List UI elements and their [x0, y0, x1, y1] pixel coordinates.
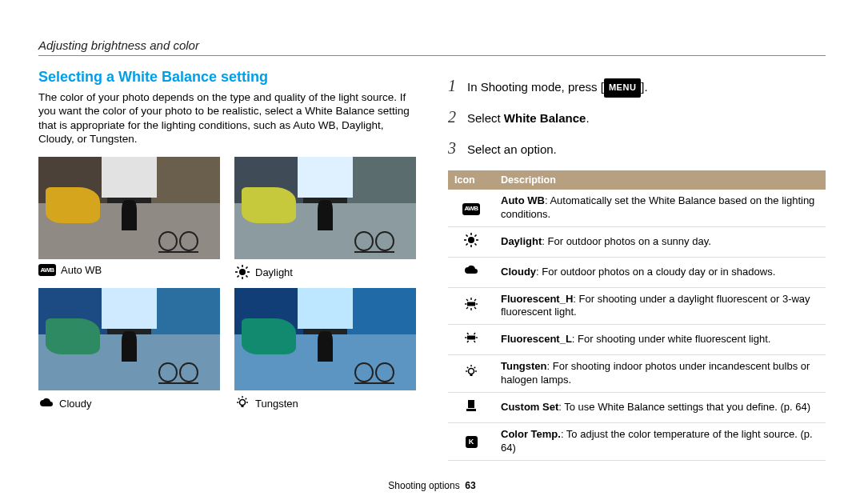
photo-tungsten: Tungsten	[234, 288, 416, 411]
option-name: Daylight	[501, 235, 542, 247]
bulb-icon	[463, 364, 479, 380]
table-row: Fluorescent_H: For shooting under a dayl…	[448, 287, 826, 325]
step-text: Select an option.	[467, 138, 557, 161]
option-desc: : For shooting under white fluorescent l…	[572, 333, 771, 345]
text-bold: White Balance	[504, 111, 586, 125]
caption-tungsten: Tungsten	[234, 395, 416, 411]
table-row: Tungsten: For shooting indoor photos und…	[448, 355, 826, 393]
svg-line-7	[238, 275, 239, 277]
svg-rect-48	[468, 400, 474, 408]
svg-line-5	[238, 267, 239, 269]
svg-line-38	[474, 333, 476, 334]
menu-label: MENU	[604, 78, 641, 97]
photo-auto-wb: AWB Auto WB	[38, 157, 220, 280]
svg-rect-49	[466, 409, 476, 411]
caption-label: Auto WB	[61, 264, 102, 276]
table-row: K Color Temp.: To adjust the color tempe…	[448, 422, 826, 460]
caption-label: Daylight	[255, 266, 293, 278]
caption-label: Cloudy	[59, 398, 91, 410]
svg-rect-10	[242, 405, 244, 407]
sun-icon	[234, 264, 250, 280]
sample-image-cloudy	[38, 288, 220, 390]
svg-line-21	[466, 234, 468, 236]
sun-icon	[463, 232, 479, 248]
svg-line-30	[466, 299, 468, 301]
step-text: In Shooting mode, press [MENU].	[467, 75, 648, 98]
divider	[38, 55, 826, 56]
cloud-icon	[463, 262, 479, 278]
option-name: Color Temp.	[501, 428, 561, 440]
step-3: 3 Select an option.	[448, 133, 826, 164]
auto-wb-icon: AWB	[462, 203, 480, 215]
svg-line-14	[238, 398, 240, 400]
svg-line-40	[474, 341, 476, 342]
intro-text: The color of your photo depends on the t…	[38, 90, 416, 146]
svg-point-16	[468, 237, 474, 243]
sample-image-auto-wb	[38, 157, 220, 259]
sample-image-daylight	[234, 157, 416, 259]
svg-rect-34	[467, 336, 475, 340]
photo-cloudy: Cloudy	[38, 288, 220, 411]
option-desc: : For shooting indoor photos under incan…	[501, 360, 810, 386]
left-column: Selecting a White Balance setting The co…	[38, 69, 416, 461]
svg-rect-42	[470, 374, 473, 376]
page-title: Selecting a White Balance setting	[38, 69, 416, 86]
options-table: Icon Description AWB Auto WB: Automatica…	[448, 170, 826, 461]
color-temp-icon: K	[466, 436, 478, 448]
text: In Shooting mode, press [	[467, 80, 604, 94]
svg-line-32	[466, 307, 468, 309]
table-row: Daylight: For outdoor photos on a sunny …	[448, 226, 826, 257]
footer-page: 63	[465, 480, 475, 491]
table-row: Fluorescent_L: For shooting under white …	[448, 325, 826, 355]
fluorescent-h-icon	[463, 296, 479, 312]
footer-section: Shooting options	[388, 480, 459, 491]
menu-button-icon: MENU	[604, 78, 641, 97]
caption-daylight: Daylight	[234, 264, 416, 280]
option-name: Fluorescent_L	[501, 333, 572, 345]
svg-line-31	[474, 307, 476, 309]
photo-grid: AWB Auto WB Daylight Cloudy	[38, 157, 416, 411]
option-desc: : For outdoor photos on a sunny day.	[542, 235, 711, 247]
svg-point-0	[239, 269, 246, 275]
svg-point-9	[240, 400, 246, 406]
table-row: Custom Set: To use White Balance setting…	[448, 393, 826, 423]
svg-line-24	[474, 234, 476, 236]
photo-daylight: Daylight	[234, 157, 416, 280]
option-name: Fluorescent_H	[501, 293, 573, 305]
svg-line-47	[474, 366, 476, 368]
th-icon: Icon	[448, 170, 494, 190]
svg-line-15	[246, 398, 247, 400]
svg-line-6	[246, 275, 247, 277]
step-2: 2 Select White Balance.	[448, 102, 826, 133]
right-column: 1 In Shooting mode, press [MENU]. 2 Sele…	[448, 69, 826, 461]
svg-line-23	[466, 243, 468, 245]
option-name: Custom Set	[501, 401, 558, 413]
option-name: Tungsten	[501, 360, 547, 372]
text: .	[586, 111, 589, 125]
page-footer: Shooting options 63	[0, 480, 864, 491]
sample-image-tungsten	[234, 288, 416, 390]
caption-cloudy: Cloudy	[38, 395, 220, 411]
caption-auto-wb: AWB Auto WB	[38, 264, 220, 276]
cloud-icon	[38, 395, 54, 411]
step-list: 1 In Shooting mode, press [MENU]. 2 Sele…	[448, 69, 826, 164]
option-desc: : Automatically set the White Balance ba…	[501, 194, 814, 220]
option-desc: : To use White Balance settings that you…	[558, 401, 810, 413]
table-row: AWB Auto WB: Automatically set the White…	[448, 190, 826, 226]
svg-line-33	[474, 299, 476, 301]
step-number: 2	[448, 102, 459, 133]
text: ].	[641, 80, 647, 94]
text: Select	[467, 111, 504, 125]
content-columns: Selecting a White Balance setting The co…	[38, 69, 826, 461]
svg-line-8	[246, 267, 247, 269]
bulb-icon	[234, 395, 250, 411]
svg-rect-25	[467, 302, 475, 306]
step-text: Select White Balance.	[467, 106, 590, 130]
custom-set-icon	[463, 398, 479, 414]
th-description: Description	[494, 170, 826, 190]
option-desc: : For outdoor photos on a cloudy day or …	[536, 266, 775, 278]
table-row: Cloudy: For outdoor photos on a cloudy d…	[448, 257, 826, 287]
svg-point-41	[469, 368, 474, 374]
svg-line-37	[467, 333, 469, 334]
svg-line-46	[467, 366, 469, 368]
